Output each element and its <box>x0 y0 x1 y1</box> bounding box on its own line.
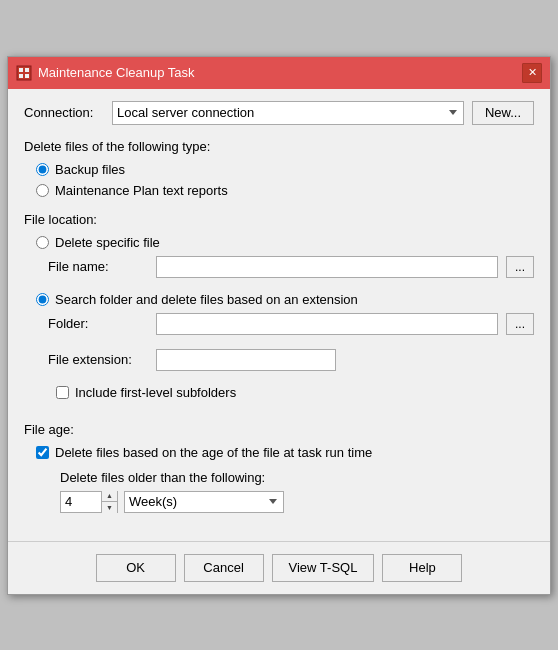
file-name-label: File name: <box>48 259 148 274</box>
folder-row: Folder: ... <box>48 313 534 335</box>
age-spinner-arrows: ▲ ▼ <box>101 491 117 513</box>
file-location-radio-group: Delete specific file File name: ... Sear… <box>36 235 534 408</box>
maintenance-plan-option[interactable]: Maintenance Plan text reports <box>36 183 534 198</box>
file-extension-row: File extension: <box>48 349 534 371</box>
delete-specific-file-radio[interactable] <box>36 236 49 249</box>
svg-rect-3 <box>19 74 23 78</box>
folder-input[interactable] <box>156 313 498 335</box>
file-name-row: File name: ... <box>48 256 534 278</box>
file-extension-label: File extension: <box>48 352 148 367</box>
title-bar-left: Maintenance Cleanup Task <box>16 65 195 81</box>
cancel-button[interactable]: Cancel <box>184 554 264 582</box>
maintenance-plan-label: Maintenance Plan text reports <box>55 183 228 198</box>
file-type-radio-group: Backup files Maintenance Plan text repor… <box>36 162 534 198</box>
age-spinner-down[interactable]: ▼ <box>102 502 117 513</box>
close-button[interactable]: ✕ <box>522 63 542 83</box>
app-icon <box>16 65 32 81</box>
file-name-input[interactable] <box>156 256 498 278</box>
maintenance-plan-radio[interactable] <box>36 184 49 197</box>
search-folder-radio[interactable] <box>36 293 49 306</box>
file-extension-input[interactable] <box>156 349 336 371</box>
delete-specific-file-label: Delete specific file <box>55 235 160 250</box>
file-location-header: File location: <box>24 212 534 227</box>
age-value-row: ▲ ▼ Week(s) Day(s) Month(s) Year(s) <box>60 491 534 513</box>
delete-based-on-age-label: Delete files based on the age of the fil… <box>55 445 372 460</box>
main-window: Maintenance Cleanup Task ✕ Connection: L… <box>7 56 551 595</box>
backup-files-label: Backup files <box>55 162 125 177</box>
svg-rect-2 <box>25 68 29 72</box>
connection-label: Connection: <box>24 105 104 120</box>
include-subfolders-option[interactable]: Include first-level subfolders <box>56 385 534 400</box>
svg-rect-1 <box>19 68 23 72</box>
age-spinner[interactable]: ▲ ▼ <box>60 491 118 513</box>
period-select[interactable]: Week(s) Day(s) Month(s) Year(s) <box>124 491 284 513</box>
age-value-input[interactable] <box>61 492 101 512</box>
search-folder-option[interactable]: Search folder and delete files based on … <box>36 292 534 307</box>
file-age-header: File age: <box>24 422 534 437</box>
delete-based-on-age-checkbox[interactable] <box>36 446 49 459</box>
connection-select[interactable]: Local server connection <box>112 101 464 125</box>
backup-files-option[interactable]: Backup files <box>36 162 534 177</box>
view-tsql-button[interactable]: View T-SQL <box>272 554 375 582</box>
file-location-section: File location: Delete specific file File… <box>24 212 534 408</box>
bottom-buttons: OK Cancel View T-SQL Help <box>8 541 550 594</box>
folder-browse-button[interactable]: ... <box>506 313 534 335</box>
include-subfolders-label: Include first-level subfolders <box>75 385 236 400</box>
delete-specific-file-option[interactable]: Delete specific file <box>36 235 534 250</box>
delete-based-on-age-option[interactable]: Delete files based on the age of the fil… <box>36 445 534 460</box>
folder-label: Folder: <box>48 316 148 331</box>
title-bar: Maintenance Cleanup Task ✕ <box>8 57 550 89</box>
file-age-section: File age: Delete files based on the age … <box>24 422 534 513</box>
svg-rect-4 <box>25 74 29 78</box>
ok-button[interactable]: OK <box>96 554 176 582</box>
include-subfolders-checkbox[interactable] <box>56 386 69 399</box>
content-area: Connection: Local server connection New.… <box>8 89 550 533</box>
file-type-header: Delete files of the following type: <box>24 139 534 154</box>
file-type-section: Delete files of the following type: Back… <box>24 139 534 198</box>
older-than-label: Delete files older than the following: <box>60 470 534 485</box>
connection-row: Connection: Local server connection New.… <box>24 101 534 125</box>
help-button[interactable]: Help <box>382 554 462 582</box>
file-name-browse-button[interactable]: ... <box>506 256 534 278</box>
backup-files-radio[interactable] <box>36 163 49 176</box>
window-title: Maintenance Cleanup Task <box>38 65 195 80</box>
age-spinner-up[interactable]: ▲ <box>102 491 117 503</box>
search-folder-label: Search folder and delete files based on … <box>55 292 358 307</box>
new-connection-button[interactable]: New... <box>472 101 534 125</box>
